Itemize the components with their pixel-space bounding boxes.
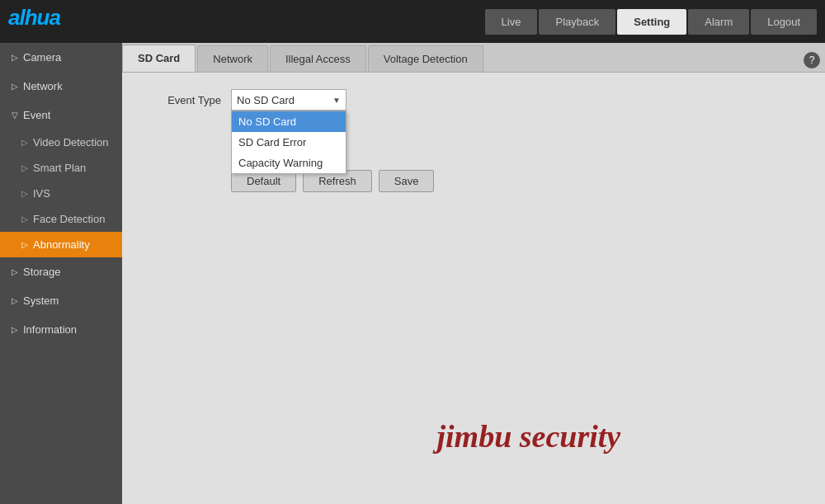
nav-buttons: Live Playback Setting Alarm Logout bbox=[485, 9, 817, 35]
help-button[interactable]: ? bbox=[804, 52, 820, 68]
dropdown-option-no-sd-card[interactable]: No SD Card bbox=[232, 111, 346, 132]
sidebar-item-abnormality[interactable]: ▷ Abnormality bbox=[0, 232, 122, 257]
sidebar-item-event[interactable]: ▽ Event bbox=[0, 101, 122, 130]
event-type-row: Event Type No SD Card ▼ No SD Card SD Ca… bbox=[139, 89, 808, 111]
nav-setting[interactable]: Setting bbox=[617, 9, 686, 35]
ivs-arrow: ▷ bbox=[21, 189, 28, 198]
tab-voltage-detection-label: Voltage Detection bbox=[384, 53, 468, 65]
event-type-select-wrapper: No SD Card ▼ No SD Card SD Card Error Ca… bbox=[231, 89, 346, 111]
tab-bar: SD Card Network Illegal Access Voltage D… bbox=[122, 43, 825, 73]
information-arrow: ▷ bbox=[12, 325, 18, 334]
sidebar-item-face-detection[interactable]: ▷ Face Detection bbox=[0, 206, 122, 232]
tab-illegal-access-label: Illegal Access bbox=[285, 53, 351, 65]
save-button[interactable]: Save bbox=[379, 170, 435, 192]
select-current-value: No SD Card bbox=[237, 94, 295, 106]
storage-arrow: ▷ bbox=[12, 267, 18, 276]
logo: alhua bbox=[8, 5, 99, 38]
network-arrow: ▷ bbox=[12, 82, 18, 91]
smart-plan-arrow: ▷ bbox=[21, 163, 28, 172]
sidebar-item-system[interactable]: ▷ System bbox=[0, 286, 122, 315]
system-arrow: ▷ bbox=[12, 296, 18, 305]
sidebar-item-storage[interactable]: ▷ Storage bbox=[0, 257, 122, 286]
tab-voltage-detection[interactable]: Voltage Detection bbox=[368, 45, 483, 72]
logo-brand: alhua bbox=[8, 5, 60, 30]
event-type-control: No SD Card ▼ No SD Card SD Card Error Ca… bbox=[231, 89, 346, 111]
sidebar: ▷ Camera ▷ Network ▽ Event ▷ Video Detec… bbox=[0, 43, 122, 504]
nav-logout[interactable]: Logout bbox=[751, 9, 817, 35]
sidebar-label-event: Event bbox=[23, 109, 50, 121]
nav-alarm[interactable]: Alarm bbox=[688, 9, 749, 35]
sidebar-item-network[interactable]: ▷ Network bbox=[0, 72, 122, 101]
select-arrow-icon: ▼ bbox=[332, 96, 341, 105]
sidebar-item-information[interactable]: ▷ Information bbox=[0, 315, 122, 344]
sidebar-label-smart-plan: Smart Plan bbox=[33, 162, 86, 174]
tab-illegal-access[interactable]: Illegal Access bbox=[270, 45, 366, 72]
watermark-text: jimbu security bbox=[436, 418, 620, 455]
logo-icon: alhua bbox=[8, 5, 99, 38]
content-area: SD Card Network Illegal Access Voltage D… bbox=[122, 43, 825, 504]
nav-playback[interactable]: Playback bbox=[539, 9, 615, 35]
sidebar-label-network: Network bbox=[23, 80, 63, 92]
tab-sd-card-label: SD Card bbox=[138, 52, 180, 64]
sidebar-label-system: System bbox=[23, 294, 59, 307]
abnormality-arrow: ▷ bbox=[21, 240, 28, 249]
face-detection-arrow: ▷ bbox=[21, 214, 28, 224]
settings-panel: Event Type No SD Card ▼ No SD Card SD Ca… bbox=[122, 73, 825, 504]
event-arrow: ▽ bbox=[12, 111, 18, 120]
sidebar-item-ivs[interactable]: ▷ IVS bbox=[0, 181, 122, 206]
dropdown-option-capacity-warning[interactable]: Capacity Warning bbox=[232, 153, 346, 173]
main-layout: ▷ Camera ▷ Network ▽ Event ▷ Video Detec… bbox=[0, 43, 825, 504]
video-detection-arrow: ▷ bbox=[21, 138, 28, 147]
event-type-label: Event Type bbox=[139, 94, 221, 106]
sidebar-item-video-detection[interactable]: ▷ Video Detection bbox=[0, 130, 122, 155]
event-type-select[interactable]: No SD Card ▼ bbox=[231, 89, 346, 111]
tab-sd-card[interactable]: SD Card bbox=[122, 45, 196, 72]
sidebar-label-video-detection: Video Detection bbox=[33, 136, 109, 148]
sidebar-label-information: Information bbox=[23, 323, 77, 336]
nav-live[interactable]: Live bbox=[485, 9, 538, 35]
sidebar-label-face-detection: Face Detection bbox=[33, 213, 105, 225]
tab-network[interactable]: Network bbox=[197, 45, 268, 72]
header: alhua Live Playback Setting Alarm Logout bbox=[0, 0, 825, 43]
sidebar-label-abnormality: Abnormality bbox=[33, 238, 90, 251]
sidebar-label-storage: Storage bbox=[23, 266, 61, 278]
sidebar-label-camera: Camera bbox=[23, 51, 61, 64]
tab-network-label: Network bbox=[213, 53, 252, 65]
sidebar-item-smart-plan[interactable]: ▷ Smart Plan bbox=[0, 155, 122, 181]
event-type-dropdown: No SD Card SD Card Error Capacity Warnin… bbox=[231, 111, 346, 174]
dropdown-option-sd-card-error[interactable]: SD Card Error bbox=[232, 132, 346, 153]
sidebar-item-camera[interactable]: ▷ Camera bbox=[0, 43, 122, 72]
camera-arrow: ▷ bbox=[12, 53, 18, 62]
sidebar-label-ivs: IVS bbox=[33, 187, 50, 200]
